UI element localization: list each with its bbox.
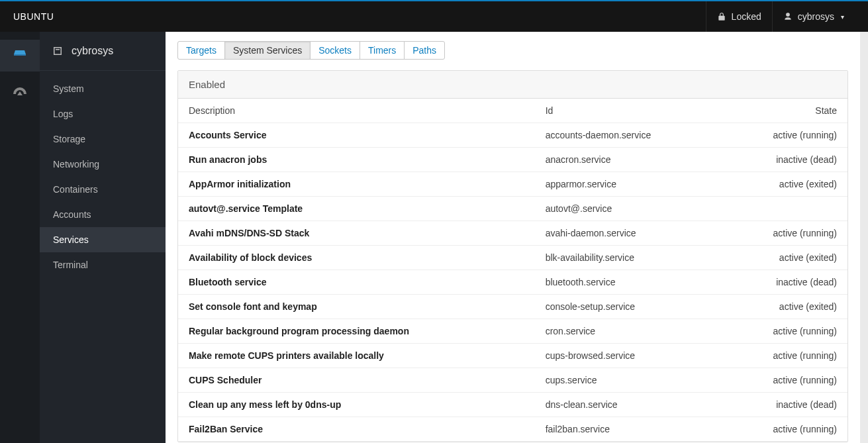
gauge-icon: [12, 85, 28, 101]
table-row[interactable]: Clean up any mess left by 0dns-updns-cle…: [178, 393, 847, 417]
service-state: inactive (dead): [722, 270, 847, 295]
table-row[interactable]: Regular background program processing da…: [178, 319, 847, 344]
table-row[interactable]: CUPS Schedulercups.serviceactive (runnin…: [178, 368, 847, 393]
service-id: console-setup.service: [535, 295, 722, 319]
user-icon: [783, 12, 793, 21]
service-id: blk-availability.service: [535, 246, 722, 270]
tab-timers[interactable]: Timers: [360, 41, 405, 60]
service-description: Set console font and keymap: [178, 295, 535, 319]
service-id: cups-browsed.service: [535, 344, 722, 368]
tab-system-services[interactable]: System Services: [224, 41, 311, 60]
tab-targets[interactable]: Targets: [177, 41, 225, 60]
col-id[interactable]: Id: [535, 99, 722, 123]
table-row[interactable]: autovt@.service Templateautovt@.service: [178, 197, 847, 221]
service-state: active (running): [722, 368, 847, 393]
service-id: cups.service: [535, 368, 722, 393]
service-state: inactive (dead): [722, 148, 847, 172]
service-id: accounts-daemon.service: [535, 123, 722, 148]
sidebar-item-containers[interactable]: Containers: [40, 177, 166, 202]
sidebar-item-services[interactable]: Services: [40, 227, 166, 252]
sidebar-item-logs[interactable]: Logs: [40, 101, 166, 126]
service-state: inactive (dead): [722, 393, 847, 417]
rail-dashboard-icon[interactable]: [0, 77, 40, 109]
tabs: TargetsSystem ServicesSocketsTimersPaths: [177, 41, 848, 60]
sidebar-item-terminal[interactable]: Terminal: [40, 252, 166, 277]
table-row[interactable]: Fail2Ban Servicefail2ban.serviceactive (…: [178, 417, 847, 442]
locked-indicator[interactable]: Locked: [706, 1, 772, 32]
service-description: autovt@.service Template: [178, 197, 535, 221]
brand-title: UBUNTU: [13, 11, 54, 22]
locked-label: Locked: [732, 11, 761, 22]
service-description: Availability of block devices: [178, 246, 535, 270]
service-state: active (running): [722, 123, 847, 148]
service-state: active (exited): [722, 246, 847, 270]
user-menu[interactable]: cybrosys ▾: [772, 1, 855, 32]
panel-title: Enabled: [178, 71, 847, 99]
sidebar-item-accounts[interactable]: Accounts: [40, 202, 166, 227]
sidebar: cybrosys SystemLogsStorageNetworkingCont…: [40, 32, 166, 443]
lock-icon: [717, 12, 726, 21]
service-id: anacron.service: [535, 148, 722, 172]
service-state: active (exited): [722, 295, 847, 319]
service-description: Run anacron jobs: [178, 148, 535, 172]
service-description: CUPS Scheduler: [178, 368, 535, 393]
service-description: Avahi mDNS/DNS-SD Stack: [178, 221, 535, 246]
service-description: Regular background program processing da…: [178, 319, 535, 344]
sidebar-item-storage[interactable]: Storage: [40, 126, 166, 152]
table-row[interactable]: Bluetooth servicebluetooth.serviceinacti…: [178, 270, 847, 295]
service-description: Clean up any mess left by 0dns-up: [178, 393, 535, 417]
table-row[interactable]: Avahi mDNS/DNS-SD Stackavahi-daemon.serv…: [178, 221, 847, 246]
service-state: active (exited): [722, 172, 847, 197]
service-id: apparmor.service: [535, 172, 722, 197]
service-id: dns-clean.service: [535, 393, 722, 417]
service-state: [722, 197, 847, 221]
service-description: Bluetooth service: [178, 270, 535, 295]
left-rail: [0, 32, 40, 443]
tab-paths[interactable]: Paths: [404, 41, 445, 60]
sidebar-host-label: cybrosys: [72, 45, 113, 57]
table-row[interactable]: AppArmor initializationapparmor.servicea…: [178, 172, 847, 197]
server-icon: [12, 48, 28, 64]
sidebar-host-header[interactable]: cybrosys: [40, 32, 166, 71]
col-description[interactable]: Description: [178, 99, 535, 123]
service-id: bluetooth.service: [535, 270, 722, 295]
table-row[interactable]: Make remote CUPS printers available loca…: [178, 344, 847, 368]
table-row[interactable]: Run anacron jobsanacron.serviceinactive …: [178, 148, 847, 172]
service-id: fail2ban.service: [535, 417, 722, 442]
service-state: active (running): [722, 319, 847, 344]
service-state: active (running): [722, 344, 847, 368]
sidebar-item-system[interactable]: System: [40, 76, 166, 101]
tab-sockets[interactable]: Sockets: [310, 41, 360, 60]
service-id: cron.service: [535, 319, 722, 344]
service-description: AppArmor initialization: [178, 172, 535, 197]
rail-host-icon[interactable]: [0, 40, 40, 72]
service-description: Accounts Service: [178, 123, 535, 148]
service-id: avahi-daemon.service: [535, 221, 722, 246]
services-panel: Enabled Description Id State Accounts Se…: [177, 70, 848, 442]
table-row[interactable]: Availability of block devicesblk-availab…: [178, 246, 847, 270]
sidebar-item-networking[interactable]: Networking: [40, 152, 166, 177]
user-label: cybrosys: [798, 11, 834, 22]
table-row[interactable]: Accounts Serviceaccounts-daemon.servicea…: [178, 123, 847, 148]
chevron-down-icon: ▾: [841, 13, 844, 21]
service-id: autovt@.service: [535, 197, 722, 221]
main-content: TargetsSystem ServicesSocketsTimersPaths…: [166, 32, 868, 443]
col-state[interactable]: State: [722, 99, 847, 123]
header: UBUNTU Locked cybrosys ▾: [0, 1, 868, 32]
service-state: active (running): [722, 221, 847, 246]
table-row[interactable]: Set console font and keymapconsole-setup…: [178, 295, 847, 319]
service-description: Make remote CUPS printers available loca…: [178, 344, 535, 368]
host-icon: [52, 45, 64, 57]
service-state: active (running): [722, 417, 847, 442]
service-description: Fail2Ban Service: [178, 417, 535, 442]
services-table: Description Id State Accounts Serviceacc…: [178, 99, 847, 442]
